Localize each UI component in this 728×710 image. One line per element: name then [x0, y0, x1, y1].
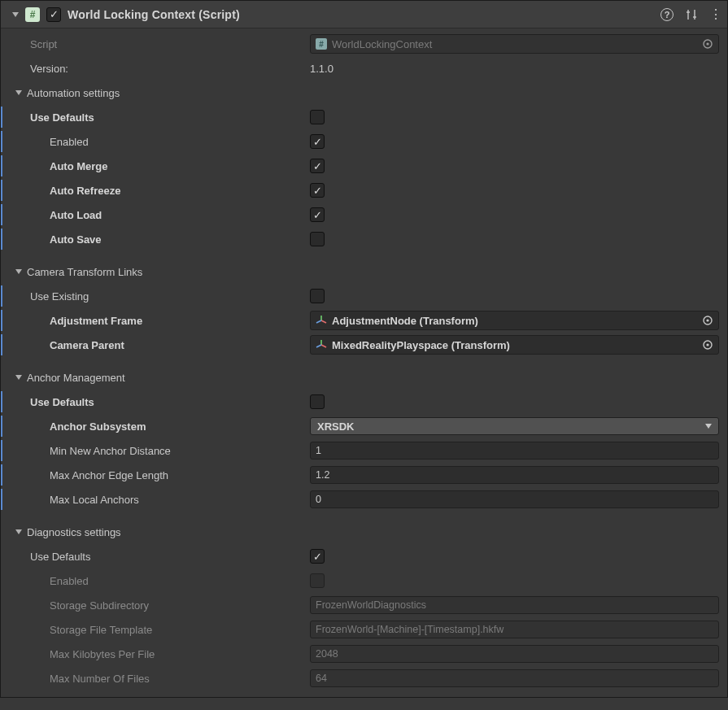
version-value: 1.1.0	[310, 63, 719, 75]
anchor-maxlocal-label: Max Local Anchors	[12, 494, 310, 506]
camera-use-existing-checkbox[interactable]	[310, 289, 325, 303]
camera-parent-value: MixedRealityPlayspace (Transform)	[332, 339, 510, 351]
diagnostics-maxkb-label: Max Kilobytes Per File	[12, 648, 310, 660]
help-icon[interactable]: ?	[660, 8, 674, 21]
context-menu-icon[interactable]: ⋮	[709, 8, 722, 21]
anchor-subsystem-dropdown[interactable]: XRSDK	[310, 417, 719, 435]
anchor-maxedge-label: Max Anchor Edge Length	[12, 469, 310, 481]
diagnostics-maxfiles-input: 64	[310, 669, 719, 687]
automation-autosave-label: Auto Save	[12, 233, 310, 246]
svg-point-10	[706, 319, 708, 321]
camera-parent-label: Camera Parent	[12, 339, 310, 351]
component-title: World Locking Context (Script)	[68, 8, 240, 21]
dropdown-caret-icon	[705, 424, 712, 429]
diagnostics-use-defaults-checkbox[interactable]: ✓	[310, 549, 325, 564]
svg-line-8	[316, 320, 321, 323]
automation-autoload-checkbox[interactable]: ✓	[310, 207, 325, 222]
diagnostics-enabled-checkbox	[310, 573, 325, 588]
anchor-use-defaults-checkbox[interactable]	[310, 394, 325, 409]
automation-autosave-checkbox[interactable]	[310, 232, 325, 246]
anchor-foldout-icon[interactable]	[15, 375, 22, 380]
diagnostics-template-input: FrozenWorld-[Machine]-[Timestamp].hkfw	[310, 621, 719, 638]
component-panel: # ✓ World Locking Context (Script) ? ⋮ S…	[0, 0, 728, 698]
version-label: Version:	[12, 63, 310, 75]
component-header[interactable]: # ✓ World Locking Context (Script) ? ⋮	[1, 1, 727, 28]
anchor-maxlocal-input[interactable]: 0	[310, 490, 719, 508]
automation-autorefreeze-label: Auto Refreeze	[12, 185, 310, 197]
transform-icon	[316, 339, 327, 351]
anchor-use-defaults-label: Use Defaults	[12, 396, 310, 408]
diagnostics-maxkb-input: 2048	[310, 645, 719, 663]
svg-line-13	[316, 345, 321, 347]
automation-use-defaults-label: Use Defaults	[12, 111, 310, 124]
camera-header[interactable]: Camera Transform Links	[27, 266, 142, 278]
object-picker-icon[interactable]	[700, 37, 715, 51]
adjustment-frame-field[interactable]: AdjustmentNode (Transform)	[310, 311, 719, 330]
svg-point-15	[706, 343, 708, 346]
diagnostics-subdir-label: Storage Subdirectory	[12, 599, 310, 612]
diagnostics-foldout-icon[interactable]	[15, 529, 22, 534]
diagnostics-use-defaults-label: Use Defaults	[12, 551, 310, 563]
automation-enabled-label: Enabled	[12, 136, 310, 148]
automation-use-defaults-checkbox[interactable]	[310, 110, 325, 124]
adjustment-frame-value: AdjustmentNode (Transform)	[332, 315, 478, 327]
diagnostics-maxfiles-label: Max Number Of Files	[12, 673, 310, 685]
adjustment-frame-label: Adjustment Frame	[12, 315, 310, 327]
component-foldout-icon[interactable]	[12, 12, 19, 17]
anchor-mindist-label: Min New Anchor Distance	[12, 445, 310, 457]
anchor-subsystem-value: XRSDK	[317, 420, 355, 433]
script-field-value: WorldLockingContext	[332, 38, 432, 50]
camera-parent-field[interactable]: MixedRealityPlayspace (Transform)	[310, 335, 719, 355]
automation-autoload-label: Auto Load	[12, 209, 310, 221]
anchor-subsystem-label: Anchor Subsystem	[12, 420, 310, 433]
component-enabled-checkbox[interactable]: ✓	[46, 7, 61, 22]
camera-use-existing-label: Use Existing	[12, 290, 310, 303]
anchor-maxedge-input[interactable]: 1.2	[310, 466, 719, 484]
preset-icon[interactable]	[685, 8, 698, 21]
automation-header[interactable]: Automation settings	[27, 87, 120, 99]
transform-icon	[316, 315, 327, 326]
automation-foldout-icon[interactable]	[15, 90, 22, 95]
csharp-script-icon: #	[316, 38, 327, 50]
script-type-icon: #	[25, 7, 40, 22]
automation-automerge-checkbox[interactable]: ✓	[310, 159, 325, 173]
diagnostics-header[interactable]: Diagnostics settings	[27, 526, 121, 538]
svg-point-5	[706, 42, 708, 45]
svg-line-7	[321, 320, 326, 323]
automation-automerge-label: Auto Merge	[12, 160, 310, 172]
diagnostics-subdir-input: FrozenWorldDiagnostics	[310, 596, 719, 614]
camera-foldout-icon[interactable]	[15, 269, 22, 274]
automation-autorefreeze-checkbox[interactable]: ✓	[310, 183, 325, 198]
anchor-mindist-input[interactable]: 1	[310, 442, 719, 460]
automation-enabled-checkbox[interactable]: ✓	[310, 134, 325, 149]
diagnostics-enabled-label: Enabled	[12, 575, 310, 587]
object-picker-icon[interactable]	[700, 338, 715, 352]
diagnostics-template-label: Storage File Template	[12, 624, 310, 636]
script-label: Script	[12, 38, 310, 50]
script-field: # WorldLockingContext	[310, 34, 719, 54]
object-picker-icon[interactable]	[700, 313, 715, 328]
anchor-header[interactable]: Anchor Management	[27, 372, 125, 384]
svg-line-12	[321, 345, 326, 347]
